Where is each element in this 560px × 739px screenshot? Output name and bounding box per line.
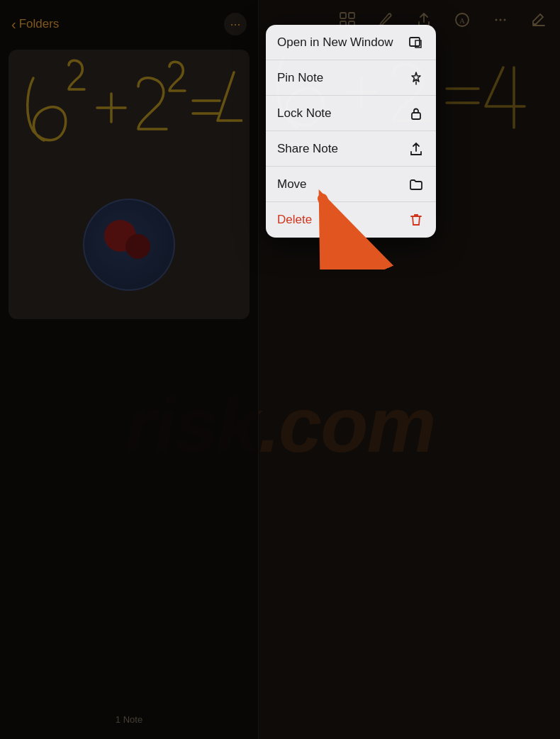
delete-label: Delete	[277, 213, 312, 227]
pin-note-label: Pin Note	[277, 71, 323, 85]
share-note-icon	[408, 140, 425, 157]
window-icon	[408, 34, 425, 51]
folder-icon	[408, 176, 425, 193]
lock-note-label: Lock Note	[277, 106, 332, 121]
menu-item-share-note[interactable]: Share Note	[266, 131, 436, 167]
move-label: Move	[277, 177, 307, 191]
svg-rect-19	[410, 38, 420, 46]
pin-icon	[408, 70, 425, 87]
menu-item-pin-note[interactable]: Pin Note	[266, 60, 436, 96]
lock-icon	[408, 105, 425, 122]
share-note-label: Share Note	[277, 142, 338, 156]
open-new-window-label: Open in New Window	[277, 35, 393, 50]
menu-item-open-new-window[interactable]: Open in New Window	[266, 25, 436, 60]
menu-item-lock-note[interactable]: Lock Note	[266, 96, 436, 131]
arrow-annotation	[312, 184, 397, 270]
annotation-arrow-svg	[312, 184, 397, 270]
trash-icon	[408, 211, 425, 228]
svg-rect-21	[412, 113, 420, 119]
